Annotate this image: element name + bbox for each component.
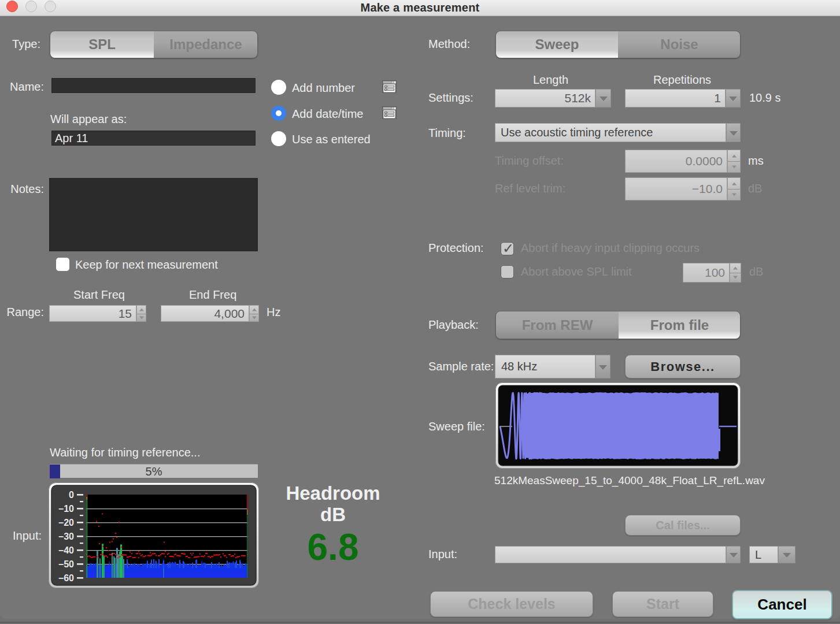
svg-text:0: 0 [69, 490, 74, 500]
svg-text:−30: −30 [58, 532, 74, 541]
svg-text:−50: −50 [58, 559, 74, 569]
svg-text:−10: −10 [58, 504, 74, 514]
svg-text:−60: −60 [58, 573, 74, 583]
svg-text:−40: −40 [58, 545, 74, 555]
svg-text:−20: −20 [58, 518, 74, 528]
